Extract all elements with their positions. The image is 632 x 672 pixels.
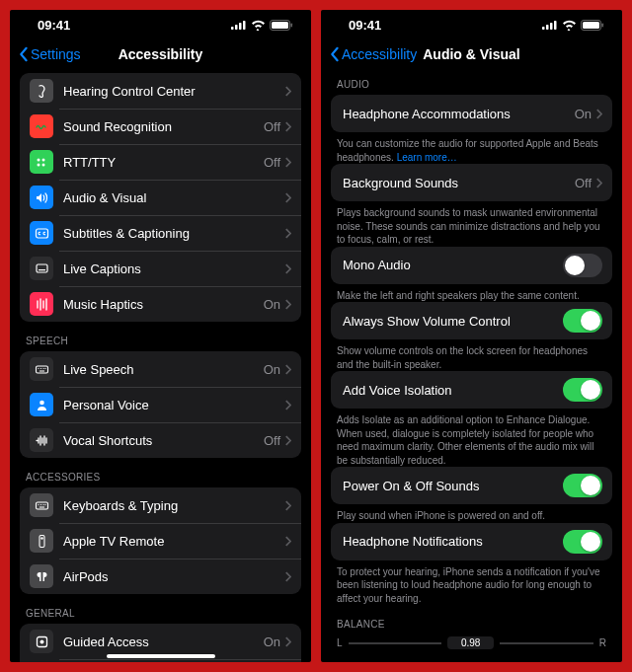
chevron-right-icon (284, 192, 291, 203)
cellular-icon (542, 20, 558, 30)
svg-rect-1 (235, 25, 238, 30)
settings-row[interactable]: Live SpeechOn (20, 351, 301, 387)
chevron-right-icon (284, 400, 291, 411)
svg-point-16 (40, 367, 40, 368)
guided-icon (30, 630, 53, 653)
svg-rect-19 (40, 370, 44, 371)
row-value: On (575, 107, 592, 121)
balance-slider[interactable]: L0.98R (331, 635, 612, 649)
chevron-right-icon (284, 228, 291, 239)
person-icon (30, 393, 53, 416)
svg-rect-0 (231, 27, 234, 30)
toggle-switch[interactable] (563, 474, 602, 497)
slider-track[interactable] (349, 642, 441, 644)
settings-row[interactable]: Audio & Visual (20, 180, 301, 215)
svg-rect-14 (36, 366, 47, 373)
settings-row[interactable]: AirPods (20, 559, 301, 594)
wifi-icon (562, 20, 577, 31)
svg-point-28 (40, 537, 42, 539)
svg-rect-11 (36, 229, 47, 238)
settings-row[interactable]: Headphone AccommodationsOn (331, 95, 612, 132)
settings-row[interactable]: Background SoundsOff (331, 164, 612, 201)
row-label: Headphone Accommodations (343, 107, 575, 121)
settings-row[interactable]: Sound RecognitionOff (20, 109, 301, 144)
chevron-left-icon (329, 46, 340, 62)
row-value: On (264, 362, 280, 377)
row-label: Subtitles & Captioning (63, 226, 284, 241)
row-label: Guided Access (63, 635, 264, 649)
status-bar: 09:41 (10, 10, 311, 39)
slider-track[interactable] (500, 642, 592, 644)
settings-row[interactable]: Apple TV Remote (20, 523, 301, 559)
section-header: ACCESSORIES (20, 458, 301, 487)
settings-row[interactable]: Mono Audio (331, 247, 612, 284)
settings-row[interactable]: Vocal ShortcutsOff (20, 422, 301, 458)
svg-point-18 (44, 367, 45, 368)
settings-row[interactable]: RTT/TTYOff (20, 144, 301, 180)
status-time: 09:41 (349, 18, 381, 33)
learn-more-link[interactable]: Learn more… (397, 152, 457, 163)
row-value: Off (264, 119, 280, 134)
haptic-icon (30, 292, 53, 316)
settings-row[interactable]: Headphone Notifications (331, 523, 612, 560)
settings-row[interactable]: Personal Voice (20, 387, 301, 422)
row-value: On (264, 297, 280, 312)
settings-list[interactable]: Hearing Control CenterSound RecognitionO… (10, 69, 311, 662)
settings-row[interactable]: Power On & Off Sounds (331, 467, 612, 504)
keyb-icon (30, 357, 53, 381)
settings-row[interactable]: Add Voice Isolation (331, 371, 612, 409)
settings-row[interactable]: Keyboards & Typing (20, 487, 301, 523)
row-label: Background Sounds (343, 176, 575, 190)
nav-bar: Settings Accessibility (10, 39, 311, 69)
balance-left-label: L (337, 637, 343, 648)
settings-group: Headphone AccommodationsOn (331, 95, 612, 132)
row-value: Off (264, 433, 280, 448)
svg-point-17 (42, 367, 43, 368)
toggle-switch[interactable] (563, 378, 602, 402)
settings-row[interactable]: Music HapticsOn (20, 286, 301, 322)
svg-rect-3 (243, 21, 246, 30)
svg-point-20 (40, 400, 44, 405)
row-label: AirPods (63, 569, 284, 584)
toggle-switch[interactable] (563, 530, 602, 554)
chevron-right-icon (284, 157, 291, 168)
back-button[interactable]: Settings (18, 46, 81, 62)
settings-list[interactable]: AUDIOHeadphone AccommodationsOnYou can c… (321, 69, 622, 662)
chevron-right-icon (284, 364, 291, 375)
chevron-right-icon (284, 435, 291, 446)
settings-group: Live SpeechOnPersonal VoiceVocal Shortcu… (20, 351, 301, 458)
section-header: AUDIO (331, 73, 612, 95)
section-header: SPEECH (20, 322, 301, 351)
settings-row[interactable]: Subtitles & Captioning (20, 215, 301, 251)
svg-rect-35 (546, 25, 549, 30)
back-label: Accessibility (342, 46, 417, 62)
back-button[interactable]: Accessibility (329, 46, 417, 62)
speaker-icon (30, 186, 53, 209)
remote-icon (30, 529, 53, 553)
wifi-icon (251, 20, 266, 31)
home-indicator[interactable] (107, 654, 215, 658)
svg-rect-6 (291, 23, 293, 27)
row-label: Add Voice Isolation (343, 383, 563, 398)
settings-row[interactable]: Assistive Access (20, 659, 301, 662)
balance-value: 0.98 (447, 636, 494, 649)
back-label: Settings (31, 46, 81, 62)
settings-row[interactable]: Always Show Volume Control (331, 302, 612, 339)
balance-right-label: R (599, 637, 606, 648)
cc-icon (30, 221, 53, 245)
toggle-switch[interactable] (563, 254, 602, 277)
chevron-right-icon (284, 500, 291, 511)
svg-rect-34 (542, 27, 545, 30)
audio-visual-screen: 09:41 Accessibility Audio & Visual AUDIO… (321, 10, 622, 662)
toggle-switch[interactable] (563, 309, 602, 333)
battery-icon (270, 20, 293, 31)
svg-rect-26 (40, 506, 44, 507)
row-label: Keyboards & Typing (63, 498, 284, 513)
settings-row[interactable]: Hearing Control Center (20, 73, 301, 109)
section-footer: Make the left and right speakers play th… (331, 284, 612, 303)
svg-rect-39 (583, 22, 599, 29)
svg-rect-37 (554, 21, 557, 30)
chevron-right-icon (284, 299, 291, 310)
svg-rect-12 (37, 264, 47, 272)
settings-row[interactable]: Live Captions (20, 251, 301, 286)
